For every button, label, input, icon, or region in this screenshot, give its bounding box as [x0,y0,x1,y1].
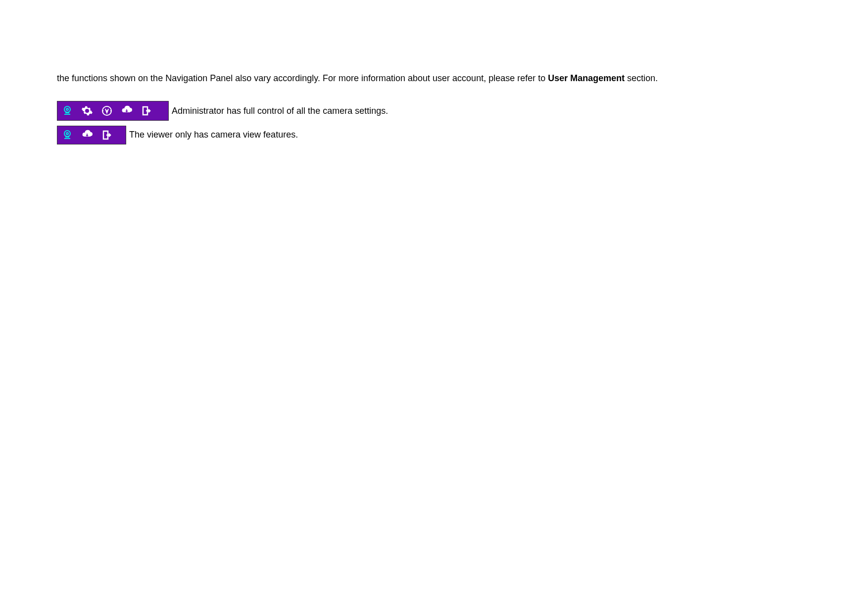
intro-paragraph: the functions shown on the Navigation Pa… [57,69,811,87]
svg-point-3 [64,131,70,137]
admin-nav-panel [57,101,169,121]
svg-point-4 [66,133,68,135]
viewer-panel-row: The viewer only has camera view features… [57,126,811,144]
viewer-nav-panel [57,126,126,144]
gear-icon [81,105,93,117]
camera-icon [61,129,73,141]
admin-description: Administrator has full control of all th… [172,102,388,120]
viewer-description: The viewer only has camera view features… [129,126,298,143]
logout-icon [141,105,152,117]
admin-panel-row: Administrator has full control of all th… [57,101,811,121]
intro-text-part2: section. [625,73,658,83]
admin-badge-icon [101,105,113,117]
logout-icon [101,129,113,141]
intro-text-part1: the functions shown on the Navigation Pa… [57,73,548,83]
cloud-download-icon [121,105,133,117]
cloud-download-icon [81,129,93,141]
intro-bold-section: User Management [548,73,625,83]
camera-icon [61,105,73,117]
svg-point-1 [66,108,68,110]
svg-point-0 [64,106,70,112]
